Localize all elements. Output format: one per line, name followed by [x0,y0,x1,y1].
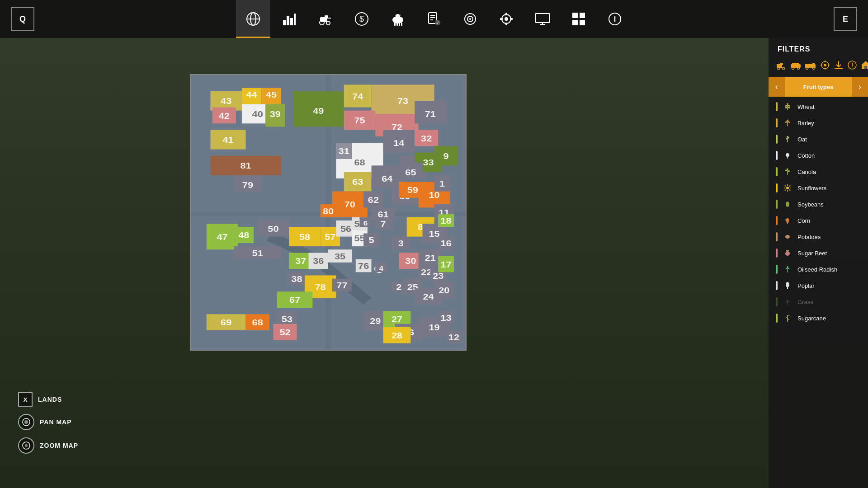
nav-item-machines[interactable] [489,0,524,38]
svg-text:58: 58 [299,233,310,242]
poplar-color-bar [776,281,778,290]
fruit-list: Wheat Barley [769,99,868,326]
nav-item-money[interactable]: $ [344,0,379,38]
svg-text:55: 55 [354,234,365,243]
map-svg: 43 44 45 40 42 39 41 [191,75,466,350]
potatoes-color-bar [776,232,778,241]
x-key[interactable]: X [18,392,33,407]
corn-icon [782,215,793,226]
filter-house-icon[interactable] [861,59,868,71]
canola-icon [782,166,793,177]
fruit-item-wheat[interactable]: Wheat [769,99,868,115]
poplar-name: Poplar [797,282,815,289]
svg-rect-20 [395,14,396,16]
fruit-item-poplar[interactable]: Poplar [769,277,868,294]
q-key-button[interactable]: Q [11,7,34,31]
svg-text:15: 15 [429,229,439,238]
svg-text:50: 50 [268,225,278,234]
fruit-item-potatoes[interactable]: Potatoes [769,229,868,245]
svg-point-215 [783,67,785,70]
filter-truck-icon[interactable] [805,59,816,71]
svg-text:63: 63 [352,178,363,187]
fruit-item-oilseed-radish[interactable]: Oilseed Radish [769,261,868,277]
svg-line-276 [788,250,789,251]
pan-key[interactable] [18,414,34,430]
filter-warning-icon[interactable]: ! [847,59,857,71]
fruit-types-next[interactable]: › [852,77,868,97]
svg-point-249 [786,153,789,157]
nav-item-contracts[interactable]: ✓ [417,0,451,38]
svg-text:24: 24 [423,292,434,301]
sugarbeet-color-bar [776,249,778,258]
svg-text:12: 12 [448,333,459,342]
nav-item-info[interactable]: i [598,0,632,38]
pan-label: PAN MAP [40,418,72,426]
svg-rect-17 [396,23,398,26]
svg-text:35: 35 [335,252,345,261]
svg-text:80: 80 [323,206,334,216]
wheat-color-bar [776,102,778,111]
fruit-item-soybeans[interactable]: Soybeans [769,196,868,212]
svg-text:✓: ✓ [436,20,439,25]
svg-text:33: 33 [423,158,434,167]
svg-text:21: 21 [425,253,436,263]
fruit-item-oat[interactable]: Oat [769,131,868,147]
soybeans-icon [782,199,793,210]
canola-color-bar [776,167,778,176]
nav-item-missions[interactable] [453,0,487,38]
fruit-item-corn[interactable]: Corn [769,212,868,229]
svg-point-239 [788,106,790,108]
soybeans-color-bar [776,200,778,209]
map-container[interactable]: 43 44 45 40 42 39 41 [190,74,467,351]
svg-text:74: 74 [352,92,363,101]
fruit-item-sugarbeet[interactable]: Sugar Beet [769,245,868,261]
fruit-item-canola[interactable]: Canola [769,164,868,180]
fruit-item-sugarcane[interactable]: Sugarcane [769,310,868,326]
nav-item-modules[interactable] [561,0,596,38]
svg-rect-41 [580,13,585,18]
svg-text:28: 28 [392,331,402,340]
nav-item-map[interactable] [236,0,270,38]
filter-tractor-icon[interactable] [776,59,787,71]
filter-download-icon[interactable] [834,59,844,71]
svg-rect-3 [283,20,286,25]
nav-item-tractor[interactable] [308,0,343,38]
nav-item-animals[interactable] [381,0,415,38]
svg-text:37: 37 [295,257,306,266]
map-inner: 43 44 45 40 42 39 41 [191,75,466,350]
svg-text:67: 67 [289,296,300,305]
fruit-item-grass[interactable]: Grass [769,294,868,310]
lands-control[interactable]: X LANDS [18,392,78,407]
filter-vehicle-icon[interactable] [790,59,801,71]
svg-point-237 [788,104,790,107]
svg-point-209 [24,420,28,424]
svg-text:70: 70 [344,200,355,209]
svg-rect-227 [825,68,826,70]
nav-item-stats[interactable] [272,0,307,38]
svg-text:44: 44 [246,90,257,99]
svg-text:73: 73 [397,97,408,106]
nav-item-monitor[interactable] [525,0,560,38]
svg-point-271 [786,235,787,236]
zoom-key[interactable] [18,437,34,454]
fruit-item-barley[interactable]: Barley [769,115,868,131]
svg-text:71: 71 [425,110,436,119]
right-panel: FILTERS [769,38,868,488]
svg-point-242 [785,121,788,123]
pan-map-control[interactable]: PAN MAP [18,414,78,430]
svg-text:18: 18 [441,216,452,225]
svg-rect-16 [394,23,396,26]
potatoes-icon [782,231,793,242]
fruit-item-sunflowers[interactable]: Sunflowers [769,180,868,196]
svg-text:22: 22 [421,268,432,277]
svg-text:14: 14 [393,139,404,148]
fruit-item-cotton[interactable]: Cotton [769,147,868,164]
fruit-types-prev[interactable]: ‹ [769,77,785,97]
filter-gear-icon[interactable] [820,59,830,71]
e-key-button[interactable]: E [834,7,857,31]
barley-color-bar [776,118,778,127]
lands-label: LANDS [38,396,62,403]
zoom-map-control[interactable]: ZOOM MAP [18,437,78,454]
svg-text:53: 53 [282,315,292,324]
svg-rect-213 [780,63,783,65]
